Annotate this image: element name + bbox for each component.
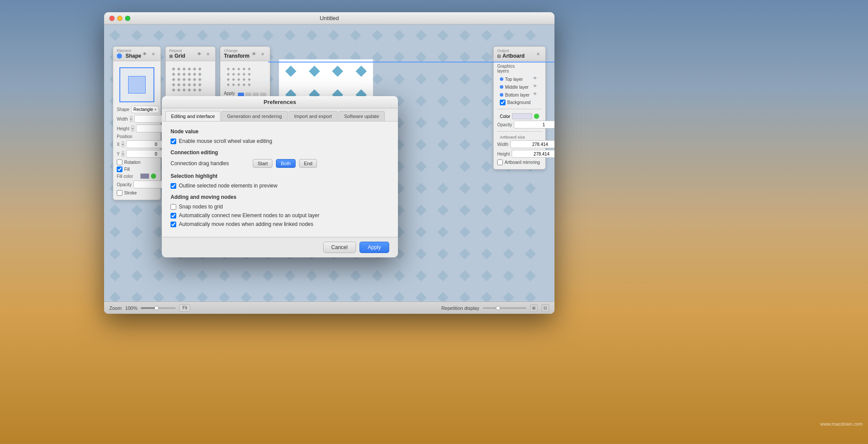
fill-checkbox[interactable] xyxy=(117,166,122,172)
diamond-tile xyxy=(503,183,514,194)
diamond-tile xyxy=(437,270,448,281)
background-checkbox[interactable] xyxy=(500,100,505,105)
grid-dot xyxy=(182,78,186,81)
apply-button[interactable]: Apply xyxy=(359,242,389,253)
watermark: www.macdown.com xyxy=(820,421,863,427)
diamond-tile xyxy=(372,30,383,41)
stroke-row: Stroke xyxy=(117,190,157,196)
grid-panel-menu-icon[interactable]: ≡ xyxy=(205,50,212,57)
top-layer-dot xyxy=(500,77,503,81)
height-label: Height xyxy=(117,126,129,131)
grid-dot xyxy=(198,73,202,76)
rep-slider[interactable] xyxy=(483,307,526,309)
output-height-row: Height + xyxy=(497,150,542,158)
transform-panel-eye-icon[interactable]: 👁 xyxy=(251,50,258,57)
rep-slider-thumb[interactable] xyxy=(496,306,500,310)
grid-dot xyxy=(198,78,202,81)
transform-panel-menu-icon[interactable]: ≡ xyxy=(259,50,266,57)
artboard-mirroring-row: Artboard mirroring xyxy=(497,160,542,165)
transform-dot xyxy=(237,68,241,71)
x-decrement[interactable]: − xyxy=(122,141,125,147)
diamond-tile xyxy=(262,270,273,281)
diamond-tile xyxy=(415,183,426,194)
outline-checkbox[interactable] xyxy=(171,183,176,189)
enable-scroll-checkbox[interactable] xyxy=(171,139,176,144)
transform-dot xyxy=(237,78,241,81)
diamond-tile xyxy=(306,30,317,41)
output-opacity-input[interactable] xyxy=(514,121,554,128)
fill-color-swatch[interactable] xyxy=(140,173,149,179)
output-panel-header: Output ⊟ Artboard ≡ xyxy=(494,47,545,61)
output-width-input[interactable] xyxy=(510,140,554,148)
snap-nodes-checkbox[interactable] xyxy=(171,204,176,210)
x-row: X − + xyxy=(117,140,157,148)
y-decrement[interactable]: − xyxy=(122,151,125,157)
connection-start-btn[interactable]: Start xyxy=(253,159,272,168)
diamond-tile xyxy=(437,73,448,84)
maximize-button[interactable] xyxy=(125,16,130,21)
fit-label[interactable]: Fit xyxy=(179,304,190,312)
diamond-tile xyxy=(481,73,492,84)
auto-move-checkbox[interactable] xyxy=(171,222,176,227)
transform-panel-icons: 👁 ≡ xyxy=(251,50,266,57)
middle-layer-eye[interactable]: 👁 xyxy=(533,84,539,90)
grid-dot xyxy=(193,83,196,87)
element-panel-menu-icon[interactable]: ≡ xyxy=(150,50,157,57)
cancel-button[interactable]: Cancel xyxy=(323,242,356,253)
artboard-mirroring-checkbox[interactable] xyxy=(497,160,503,165)
diamond-tile xyxy=(437,30,448,41)
grid-panel-label: Repeat xyxy=(169,49,185,53)
snap-nodes-label: Snap nodes to grid xyxy=(179,204,223,210)
rotation-checkbox[interactable] xyxy=(117,160,122,165)
diamond-tile xyxy=(131,226,142,237)
diamond-tile xyxy=(415,73,426,84)
grid-panel-eye-icon[interactable]: 👁 xyxy=(196,50,203,57)
element-panel-eye-icon[interactable]: 👁 xyxy=(141,50,148,57)
connection-both-btn[interactable]: Both xyxy=(276,159,296,168)
connection-end-btn[interactable]: End xyxy=(299,159,317,168)
diamond-tile xyxy=(481,226,492,237)
color-swatch[interactable] xyxy=(512,113,532,119)
diamond-tile xyxy=(153,30,164,41)
close-button[interactable] xyxy=(109,16,115,21)
zoom-slider[interactable] xyxy=(141,307,176,309)
diamond-tile xyxy=(284,270,295,281)
transform-panel-title: Transform xyxy=(224,53,250,59)
zoom-slider-thumb[interactable] xyxy=(154,306,159,310)
diamond-tile xyxy=(131,248,142,259)
width-decrement[interactable]: − xyxy=(130,116,133,122)
element-panel-icons: 👁 ≡ xyxy=(141,50,157,57)
grid-dot xyxy=(188,83,191,87)
bottom-layer-eye[interactable]: 👁 xyxy=(533,92,539,98)
output-height-input[interactable] xyxy=(512,150,554,158)
top-layer-eye[interactable]: 👁 xyxy=(533,76,539,82)
stroke-label: Stroke xyxy=(124,191,137,195)
height-decrement[interactable]: − xyxy=(131,125,134,132)
minimize-button[interactable] xyxy=(117,16,122,21)
diamond-tile xyxy=(262,30,273,41)
diamond-tile xyxy=(415,139,426,150)
tab-generation[interactable]: Generation and rendering xyxy=(221,111,287,121)
grid-dot xyxy=(182,83,186,87)
outline-label: Outline selected node elements in previe… xyxy=(179,183,277,189)
transform-dot xyxy=(232,78,235,81)
tab-import-export[interactable]: Import and export xyxy=(289,111,338,121)
artboard-size-header: Artboard size xyxy=(497,134,542,140)
diamond-tile xyxy=(503,205,514,215)
position-label: Position xyxy=(117,134,139,139)
auto-connect-checkbox[interactable] xyxy=(171,213,176,219)
tab-editing[interactable]: Editing and interface xyxy=(165,111,220,121)
shape-dropdown[interactable]: Rectangle ▼ xyxy=(131,106,159,113)
stroke-checkbox[interactable] xyxy=(117,190,122,196)
tab-software[interactable]: Software update xyxy=(338,111,385,121)
transform-dot xyxy=(232,83,235,87)
grid-dot xyxy=(188,73,191,76)
rep-icon-2[interactable]: ⊡ xyxy=(541,304,549,312)
transform-dot xyxy=(237,83,241,87)
output-panel-menu-icon[interactable]: ≡ xyxy=(535,50,542,57)
output-panel: Output ⊟ Artboard ≡ Graphics layers xyxy=(493,46,546,170)
diamond-tile xyxy=(459,30,470,41)
artboard-diamond-tile xyxy=(332,66,343,76)
rep-icon-1[interactable]: ⊞ xyxy=(530,304,538,312)
diamond-tile xyxy=(219,270,230,281)
